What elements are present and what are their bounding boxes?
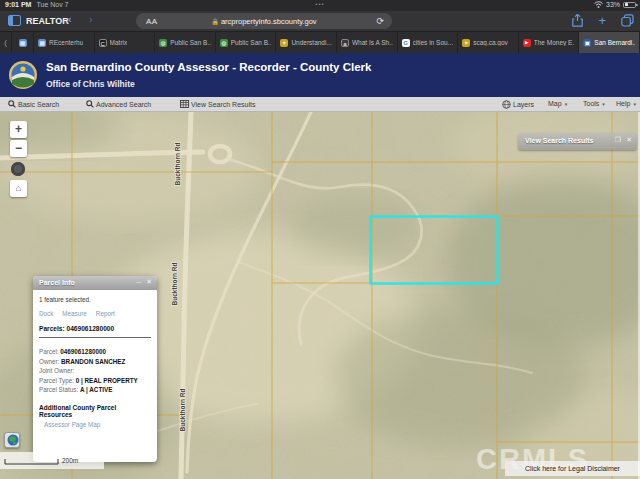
battery-icon (623, 2, 636, 8)
site-title: San Bernardino County Assessor - Recorde… (46, 61, 371, 73)
map-canvas[interactable]: Buckthorn Rd Buckthorn Rd Buckthorn Rd +… (0, 112, 640, 479)
sidebar-toggle-icon[interactable] (8, 15, 21, 26)
field-row: Parcel Type: 0 | REAL PROPERTY (39, 376, 151, 386)
road-label: Buckthorn Rd (179, 388, 186, 431)
basemap-globe-icon (6, 433, 20, 447)
tab-recenterhub[interactable]: ▦REcenterhu (34, 32, 95, 53)
home-extent-button[interactable]: ⌂ (10, 180, 27, 197)
field-row: Parcel: 0469061280000 (39, 347, 151, 357)
tab-favicon: G (402, 39, 410, 47)
field-row: Parcel Status: A | ACTIVE (39, 385, 151, 395)
tab-favicon: ▶ (523, 39, 531, 47)
resources-header: Additional County Parcel Resources (39, 404, 151, 418)
tab-san-bernardino-active[interactable]: ▣San Bernardi... (579, 32, 640, 53)
forward-button[interactable]: › (89, 13, 93, 25)
tab-favicon: ▣ (583, 39, 591, 47)
view-search-results-panel[interactable]: View Search Results ❐ ✕ (518, 133, 637, 150)
tab-0[interactable]: ▦ (12, 32, 34, 53)
table-grid-icon (180, 100, 189, 108)
tab-bar: ( ▦ ▦REcenterhu CMatrix ◍Public San B...… (0, 31, 640, 53)
site-toolbar: Basic Search Advanced Search View Search… (0, 97, 640, 112)
report-link[interactable]: Report (96, 310, 115, 317)
tab-favicon: ▦ (19, 39, 27, 47)
tab-what-is-a-sh[interactable]: aWhat Is A Sh... (337, 32, 398, 53)
selection-status: 1 feature selected. (39, 296, 151, 303)
search-icon (86, 100, 94, 108)
battery-percent: 33% (606, 1, 620, 8)
tab-matrix[interactable]: CMatrix (95, 32, 156, 53)
browser-toolbar: REALTOR ‹ › AA 🔒arcpropertyinfo.sbcounty… (0, 11, 640, 31)
tab-favicon: ✦ (280, 39, 288, 47)
new-tab-button[interactable]: + (598, 14, 606, 27)
scale-bar: 200m (0, 452, 104, 469)
layers-globe-icon (502, 100, 511, 109)
tab-favicon: ◍ (220, 39, 228, 47)
tab-favicon: ◍ (159, 39, 167, 47)
chevron-down-icon: ▾ (633, 101, 636, 107)
basemap-toggle-button[interactable] (4, 432, 20, 448)
advanced-search-button[interactable]: Advanced Search (86, 100, 151, 108)
wifi-icon (594, 1, 603, 8)
chevron-down-icon: ▾ (602, 101, 605, 107)
basic-search-button[interactable]: Basic Search (8, 100, 59, 108)
url-text: arcpropertyinfo.sbcounty.gov (221, 17, 317, 26)
tab-cities-in-sou[interactable]: Gcities in Sou... (398, 32, 459, 53)
county-seal-logo (8, 60, 38, 90)
divider (39, 337, 151, 338)
zoom-out-button[interactable]: − (10, 140, 27, 157)
close-icon[interactable]: ✕ (146, 278, 152, 287)
tab-public-san-b-1[interactable]: ◍Public San B... (155, 32, 216, 53)
tab-group-name[interactable]: REALTOR (26, 16, 69, 26)
tab-public-san-b-2[interactable]: ◍Public San B... (216, 32, 277, 53)
parcel-info-header[interactable]: Parcel Info — ✕ (33, 276, 157, 290)
site-subtitle: Office of Chris Wilhite (46, 79, 135, 89)
field-row: Owner: BRANDON SANCHEZ (39, 357, 151, 367)
tls-lock-icon: 🔒 (211, 19, 219, 25)
share-icon[interactable] (572, 14, 583, 27)
road-label: Buckthorn Rd (171, 262, 178, 305)
tab-favicon: ✦ (462, 39, 470, 47)
parcel-info-panel: Parcel Info — ✕ 1 feature selected. Dock… (33, 276, 157, 462)
ios-status-bar: 9:01 PM Tue Nov 7 ••• 33% (0, 0, 640, 11)
measure-link[interactable]: Measure (62, 310, 87, 317)
multitask-handle: ••• (0, 1, 640, 7)
layers-button[interactable]: Layers (502, 100, 534, 109)
map-menu[interactable]: Map▾ (548, 100, 567, 107)
close-icon[interactable]: ✕ (626, 136, 632, 144)
tab-favicon: C (99, 39, 107, 47)
dock-link[interactable]: Dock (39, 310, 53, 317)
tab-overview-icon[interactable] (621, 14, 634, 27)
road-label: Buckthorn Rd (174, 142, 181, 185)
tab-the-money-e[interactable]: ▶The Money E... (519, 32, 580, 53)
reload-button[interactable]: ⟳ (376, 16, 384, 26)
back-button[interactable]: ‹ (68, 13, 72, 25)
field-row: Joint Owner: (39, 366, 151, 376)
address-bar[interactable]: AA 🔒arcpropertyinfo.sbcounty.gov ⟳ (136, 13, 392, 29)
scale-label: 200m (62, 457, 78, 464)
help-menu[interactable]: Help▾ (616, 100, 636, 107)
chevron-down-icon: ▾ (565, 101, 568, 107)
minimize-icon[interactable]: — (136, 278, 141, 287)
tab-scag[interactable]: ✦scag.ca.gov (458, 32, 519, 53)
tab-favicon: ▦ (38, 39, 46, 47)
parcels-header: Parcels: 0469061280000 (39, 325, 151, 332)
tab-partial[interactable]: ( (0, 32, 12, 53)
search-icon (8, 100, 16, 108)
zoom-in-button[interactable]: + (10, 121, 27, 138)
view-search-results-button[interactable]: View Search Results (180, 100, 255, 108)
tab-favicon: a (341, 39, 349, 47)
tab-understanding[interactable]: ✦Understandi... (276, 32, 337, 53)
restore-icon[interactable]: ❐ (615, 136, 621, 144)
locate-button[interactable] (11, 162, 25, 176)
site-header: San Bernardino County Assessor - Recorde… (0, 53, 640, 97)
tools-menu[interactable]: Tools▾ (583, 100, 605, 107)
results-panel-title: View Search Results (525, 137, 593, 144)
assessor-page-map-link[interactable]: Assessor Page Map (44, 421, 151, 428)
legal-disclaimer-link[interactable]: Click here for Legal Disclaimer (505, 461, 640, 476)
panel-title: Parcel Info (39, 279, 75, 286)
